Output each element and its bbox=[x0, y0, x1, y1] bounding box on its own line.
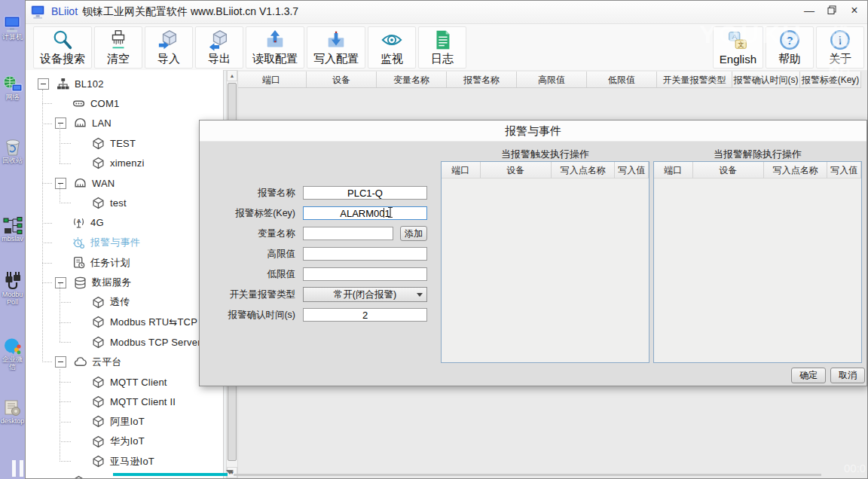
title-bar[interactable]: BLiiot钡铼工业网关配置软件 www.BLiiot.cn V1.1.3.7 … bbox=[26, 1, 867, 24]
device-icon bbox=[92, 395, 105, 408]
chevron-down-icon bbox=[417, 293, 423, 297]
column-header-6[interactable]: 开关量报警类型 bbox=[657, 72, 732, 88]
input-low-limit[interactable] bbox=[303, 267, 427, 281]
column-header-5[interactable]: 低限值 bbox=[587, 72, 657, 88]
tree-item-报警与事件[interactable]: 报警与事件 bbox=[26, 233, 223, 252]
collapse-icon[interactable] bbox=[55, 356, 66, 368]
column-header-7[interactable]: 报警确认时间(s) bbox=[732, 72, 800, 88]
column-header-3[interactable]: 报警名称 bbox=[447, 72, 517, 88]
app-logo-icon bbox=[30, 5, 47, 20]
op-column-header-2[interactable]: 写入点名称 bbox=[764, 162, 827, 178]
input-alarm-confirm-time[interactable] bbox=[303, 308, 427, 322]
select-switch-alarm-type[interactable]: 常开(闭合报警) bbox=[303, 287, 427, 302]
tree-item-BL102[interactable]: BL102 bbox=[26, 74, 223, 93]
column-header-1[interactable]: 设备 bbox=[307, 72, 377, 88]
export-icon bbox=[208, 29, 231, 51]
column-header-4[interactable]: 高限值 bbox=[517, 72, 587, 88]
network-icon bbox=[0, 75, 25, 93]
tree-item-ximenzi[interactable]: ximenzi bbox=[26, 154, 223, 173]
tree-item-云平台[interactable]: 云平台 bbox=[26, 352, 223, 371]
minimize-button[interactable]: — bbox=[801, 4, 818, 17]
input-high-limit[interactable] bbox=[303, 247, 427, 261]
column-header-8[interactable]: 报警标签(Key) bbox=[800, 72, 861, 88]
trigger-actions-table[interactable]: 端口设备写入点名称写入值 bbox=[441, 161, 649, 363]
desktop-icon-mbslave[interactable]: mbslav bbox=[0, 217, 25, 243]
add-button[interactable]: 添加 bbox=[400, 226, 427, 241]
op-column-header-1[interactable]: 设备 bbox=[693, 162, 764, 178]
desktop-icon-modbus-poll[interactable]: Modbu Poll bbox=[0, 271, 25, 306]
input-alarm-name[interactable] bbox=[303, 186, 427, 200]
desktop-icon-wechat-work[interactable]: 企业微信 bbox=[0, 337, 25, 371]
tree-item-数据服务[interactable]: 数据服务 bbox=[26, 273, 223, 292]
tree-item-label: MQTT Client bbox=[110, 377, 167, 388]
tree-item-label: 数据服务 bbox=[92, 276, 132, 289]
toolbar-button-import[interactable]: 导入 bbox=[145, 26, 193, 69]
tree-item-华为IoT[interactable]: 华为IoT bbox=[26, 432, 223, 451]
tree-item-任务计划[interactable]: 任务计划 bbox=[26, 253, 223, 273]
op-column-header-3[interactable]: 写入值 bbox=[827, 162, 861, 178]
tree-item-透传[interactable]: 透传 bbox=[26, 292, 223, 312]
desktop-icon-computer[interactable]: 计算机 bbox=[0, 15, 25, 41]
toolbar-button-log[interactable]: 日志 bbox=[418, 26, 466, 69]
input-variable-name[interactable] bbox=[303, 227, 393, 240]
desktop-icon-desktop-file[interactable]: desktop bbox=[0, 399, 25, 425]
cancel-button[interactable]: 取消 bbox=[830, 368, 865, 383]
tree-item-阿里IoT[interactable]: 阿里IoT bbox=[26, 412, 223, 432]
desktop-icon-recycle-bin[interactable]: 回收站 bbox=[0, 137, 25, 164]
field-row-switch-alarm-type: 开关量报警类型常开(闭合报警) bbox=[200, 288, 433, 301]
desktop-icon-label: 回收站 bbox=[0, 157, 25, 164]
tree-item-4G[interactable]: A4G bbox=[26, 213, 223, 233]
toolbar-button-help[interactable]: ?帮助 bbox=[766, 26, 814, 69]
tree-item-label: 透传 bbox=[110, 295, 130, 309]
toolbar-button-clear[interactable]: 清空 bbox=[94, 26, 142, 69]
tree-item-MQTT Client II[interactable]: MQTT Client II bbox=[26, 392, 223, 411]
scroll-down-icon[interactable]: ▼ bbox=[227, 467, 237, 478]
clear-icon bbox=[107, 29, 130, 51]
log-icon bbox=[431, 29, 454, 51]
input-alarm-key[interactable] bbox=[303, 206, 427, 220]
collapse-icon[interactable] bbox=[55, 277, 66, 288]
collapse-icon[interactable] bbox=[38, 78, 49, 90]
op-column-header-2[interactable]: 写入点名称 bbox=[552, 162, 615, 178]
op-column-header-0[interactable]: 端口 bbox=[442, 162, 481, 178]
tree-item-亚马逊IoT[interactable]: 亚马逊IoT bbox=[26, 451, 223, 471]
toolbar-button-read-config[interactable]: 读取配置 bbox=[246, 26, 304, 69]
toolbar-button-write-config[interactable]: 写入配置 bbox=[307, 26, 365, 69]
wechat-work-icon bbox=[0, 337, 25, 355]
scroll-up-icon[interactable]: ▲ bbox=[227, 70, 237, 81]
device-icon bbox=[92, 455, 105, 468]
tree-item-MQTT Client[interactable]: MQTT Client bbox=[26, 372, 223, 392]
op-column-header-3[interactable]: 写入值 bbox=[615, 162, 649, 178]
column-header-0[interactable]: 端口 bbox=[237, 72, 307, 88]
toolbar-button-label: 写入配置 bbox=[313, 52, 359, 66]
toolbar-button-monitor[interactable]: 监视 bbox=[368, 26, 416, 69]
toolbar-button-search[interactable]: 设备搜索 bbox=[33, 26, 92, 69]
op-column-header-1[interactable]: 设备 bbox=[481, 162, 552, 178]
toolbar-button-about[interactable]: i关于 bbox=[816, 26, 864, 69]
ok-button[interactable]: 确定 bbox=[791, 368, 826, 383]
tree-item-COM1[interactable]: COM1 bbox=[26, 93, 223, 113]
read-config-icon bbox=[264, 29, 286, 51]
desktop-icon-network[interactable]: 网络 bbox=[0, 75, 25, 101]
device-icon bbox=[92, 137, 105, 150]
toolbar-button-label: 日志 bbox=[431, 52, 454, 66]
tree-connector-line bbox=[60, 124, 60, 163]
tree-item-Modbus TCP Server[interactable]: Modbus TCP Server bbox=[26, 332, 223, 352]
column-header-2[interactable]: 变量名称 bbox=[377, 72, 447, 88]
tree-item-WAN[interactable]: WAN bbox=[26, 173, 223, 193]
tree-item-test[interactable]: test bbox=[26, 193, 223, 212]
tree-item-partial[interactable] bbox=[26, 471, 223, 478]
desktop-icon-label: 企业微信 bbox=[0, 355, 25, 371]
toolbar-button-translate[interactable]: A文English bbox=[713, 26, 763, 69]
tree-item-TEST[interactable]: TEST bbox=[26, 133, 223, 153]
tree-item-Modbus RTU⇆TCP[interactable]: Modbus RTU⇆TCP bbox=[26, 313, 223, 332]
op-column-header-0[interactable]: 端口 bbox=[654, 162, 693, 178]
restore-button[interactable] bbox=[824, 4, 840, 17]
close-button[interactable]: × bbox=[846, 4, 863, 17]
tree-item-LAN[interactable]: LAN bbox=[26, 114, 223, 133]
toolbar-button-export[interactable]: 导出 bbox=[195, 26, 243, 69]
release-actions-table[interactable]: 端口设备写入点名称写入值 bbox=[653, 161, 862, 363]
collapse-icon[interactable] bbox=[55, 178, 66, 189]
collapse-icon[interactable] bbox=[55, 117, 66, 129]
write-config-icon bbox=[325, 29, 347, 51]
